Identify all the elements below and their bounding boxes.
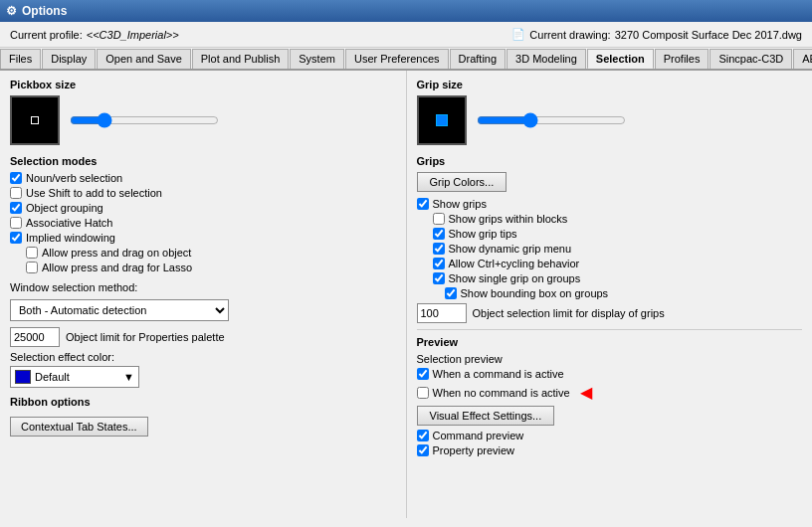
ribbon-options-title: Ribbon options [10, 396, 396, 408]
grip-colors-button[interactable]: Grip Colors... [417, 172, 508, 192]
tab-open-save[interactable]: Open and Save [97, 49, 190, 70]
checkbox-show-grips-input[interactable] [417, 198, 429, 210]
tab-selection[interactable]: Selection [587, 49, 654, 70]
checkbox-property-preview-input[interactable] [417, 444, 429, 456]
selection-modes-title: Selection modes [10, 155, 396, 167]
contextual-tab-states-button[interactable]: Contextual Tab States... [10, 417, 148, 437]
selection-effect-section: Selection effect color: Default ▼ [10, 351, 396, 388]
checkbox-show-grip-tips: Show grip tips [433, 228, 803, 240]
pickbox-slider-container [70, 112, 396, 128]
checkbox-show-grips-label: Show grips [433, 198, 487, 210]
grips-title: Grips [417, 155, 803, 167]
checkbox-noun-verb-label: Noun/verb selection [26, 172, 122, 184]
checkbox-implied-windowing-input[interactable] [10, 232, 22, 244]
visual-effect-button[interactable]: Visual Effect Settings... [417, 406, 555, 426]
tab-aec-editor[interactable]: AEC Editor [793, 49, 812, 70]
checkbox-press-drag-lasso-input[interactable] [26, 262, 38, 273]
selection-effect-dropdown[interactable]: Default ▼ [10, 366, 139, 388]
grip-object-limit-label: Object selection limit for display of gr… [473, 307, 665, 319]
checkbox-ctrl-cycling-input[interactable] [433, 258, 445, 269]
selection-preview-label: Selection preview [417, 353, 803, 365]
profile-label: Current profile: [10, 29, 83, 41]
right-panel: Grip size Grips Grip Colors... Show grip… [407, 71, 813, 518]
drawing-value: 3270 Composit Surface Dec 2017.dwg [615, 29, 802, 41]
checkbox-noun-verb: Noun/verb selection [10, 172, 396, 184]
left-panel: Pickbox size Selection modes Noun/verb s… [0, 71, 407, 518]
checkbox-no-command-input[interactable] [417, 387, 429, 399]
checkbox-command-preview-input[interactable] [417, 430, 429, 441]
window-selection-dropdown[interactable]: Both - Automatic detection Window only C… [10, 299, 229, 321]
checkbox-single-grip-label: Show single grip on groups [449, 272, 581, 284]
tab-profiles[interactable]: Profiles [655, 49, 710, 70]
title-bar-text: Options [22, 4, 67, 18]
checkbox-show-grips-blocks-input[interactable] [433, 213, 445, 225]
checkbox-object-grouping: Object grouping [10, 202, 396, 214]
checkbox-command-active-label: When a command is active [433, 368, 564, 380]
window-selection-section: Window selection method: Both - Automati… [10, 281, 396, 321]
checkbox-associative-hatch-input[interactable] [10, 217, 22, 229]
checkbox-implied-windowing-label: Implied windowing [26, 232, 115, 244]
checkbox-shift-add: Use Shift to add to selection [10, 187, 396, 199]
pickbox-slider[interactable] [70, 112, 219, 128]
pickbox-container [10, 95, 396, 145]
checkbox-associative-hatch: Associative Hatch [10, 217, 396, 229]
checkbox-associative-hatch-label: Associative Hatch [26, 217, 112, 229]
checkbox-ctrl-cycling: Allow Ctrl+cycling behavior [433, 258, 803, 269]
tab-system[interactable]: System [290, 49, 344, 70]
checkbox-command-preview-label: Command preview [433, 430, 524, 441]
checkbox-show-grip-tips-input[interactable] [433, 228, 445, 240]
color-swatch [15, 370, 31, 384]
tab-display[interactable]: Display [42, 49, 96, 70]
tab-plot-publish[interactable]: Plot and Publish [192, 49, 290, 70]
checkbox-command-active-input[interactable] [417, 368, 429, 380]
checkbox-object-grouping-input[interactable] [10, 202, 22, 214]
grip-object-limit-input[interactable] [417, 303, 467, 323]
grip-slider-container [477, 112, 803, 128]
preview-divider [417, 329, 803, 330]
drawing-icon: 📄 [511, 28, 525, 41]
checkbox-single-grip-input[interactable] [433, 272, 445, 284]
red-arrow-icon: ◀ [580, 383, 592, 402]
checkbox-command-active: When a command is active [417, 368, 803, 380]
grip-slider[interactable] [477, 112, 626, 128]
checkbox-press-drag-lasso: Allow press and drag for Lasso [26, 262, 396, 273]
checkbox-press-drag-lasso-label: Allow press and drag for Lasso [42, 262, 192, 273]
checkbox-property-preview: Property preview [417, 444, 803, 456]
tab-sincpac-c3d[interactable]: Sincpac-C3D [710, 49, 792, 70]
object-limit-input[interactable]: 25000 [10, 327, 60, 347]
checkbox-press-drag-object-label: Allow press and drag on object [42, 247, 191, 259]
preview-title: Preview [417, 336, 803, 348]
window-selection-label: Window selection method: [10, 281, 396, 293]
color-value: Default [35, 371, 70, 383]
tab-3d-modeling[interactable]: 3D Modeling [507, 49, 586, 70]
object-limit-row: 25000 Object limit for Properties palett… [10, 327, 396, 347]
checkbox-shift-add-input[interactable] [10, 187, 22, 199]
pickbox-square [31, 116, 39, 124]
color-dropdown-arrow: ▼ [123, 371, 134, 383]
tabs-row: Files Display Open and Save Plot and Pub… [0, 48, 812, 71]
window-selection-dropdown-row: Both - Automatic detection Window only C… [10, 299, 396, 321]
checkbox-dynamic-grip-menu-label: Show dynamic grip menu [449, 243, 572, 255]
checkbox-show-grips-blocks-label: Show grips within blocks [449, 213, 568, 225]
drawing-label: Current drawing: [529, 29, 610, 41]
checkbox-show-grips: Show grips [417, 198, 803, 210]
grip-preview [417, 95, 467, 145]
checkbox-dynamic-grip-menu-input[interactable] [433, 243, 445, 255]
checkbox-implied-windowing: Implied windowing [10, 232, 396, 244]
title-bar-icon: ⚙ [6, 4, 17, 18]
checkbox-property-preview-label: Property preview [433, 444, 515, 456]
checkbox-bounding-box-input[interactable] [445, 287, 457, 299]
tab-user-preferences[interactable]: User Preferences [345, 49, 449, 70]
checkbox-bounding-box-label: Show bounding box on groups [461, 287, 609, 299]
checkbox-press-drag-object-input[interactable] [26, 247, 38, 259]
tab-drafting[interactable]: Drafting [450, 49, 507, 70]
grip-square [436, 114, 448, 126]
checkbox-noun-verb-input[interactable] [10, 172, 22, 184]
checkbox-show-grips-blocks: Show grips within blocks [433, 213, 803, 225]
grip-size-title: Grip size [417, 79, 803, 90]
selection-effect-label: Selection effect color: [10, 351, 396, 363]
checkbox-bounding-box: Show bounding box on groups [445, 287, 803, 299]
checkbox-no-command: When no command is active ◀ [417, 383, 803, 402]
tab-files[interactable]: Files [0, 49, 41, 70]
checkbox-no-command-label: When no command is active [433, 387, 570, 399]
